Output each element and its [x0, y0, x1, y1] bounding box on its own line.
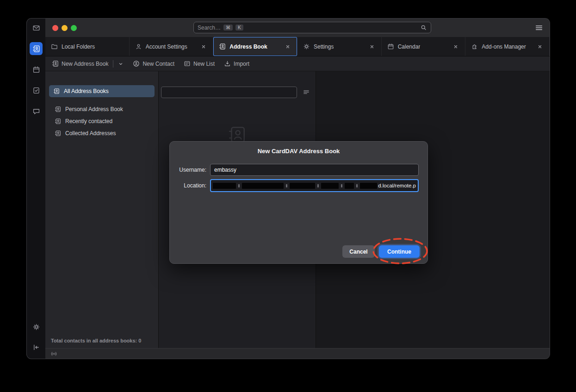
- contacts-search-input[interactable]: [161, 87, 297, 98]
- address-book-icon: [55, 130, 61, 137]
- k-key-badge: K: [235, 25, 243, 31]
- address-book-icon: [32, 45, 40, 53]
- list-item-label: Collected Addresses: [65, 130, 116, 137]
- calendar-icon: [387, 43, 394, 50]
- dialog-title: New CardDAV Address Book: [170, 148, 427, 155]
- location-visible-text: d.local/remote.p: [378, 183, 416, 188]
- app-menu-button[interactable]: [535, 24, 543, 32]
- dialog-buttons: Cancel Continue: [342, 245, 420, 258]
- tab-addons-manager[interactable]: Add-ons Manager: [465, 37, 550, 56]
- location-label: Location:: [177, 182, 206, 189]
- tab-label: Local Folders: [62, 44, 95, 50]
- mail-icon: [32, 24, 40, 32]
- spaces-toolbar: [27, 19, 45, 359]
- calendar-space-button[interactable]: [30, 63, 43, 76]
- calendar-icon: [32, 66, 40, 74]
- redacted-text: [213, 183, 377, 189]
- status-bar: [45, 348, 550, 359]
- tab-close-icon[interactable]: [452, 43, 459, 50]
- import-button[interactable]: Import: [224, 60, 249, 67]
- tab-close-icon[interactable]: [368, 43, 376, 50]
- display-options-button[interactable]: [303, 88, 310, 96]
- tab-calendar[interactable]: Calendar: [382, 37, 466, 56]
- address-book-icon: [52, 60, 59, 67]
- tab-label: Address Book: [229, 44, 267, 50]
- new-contact-button[interactable]: New Contact: [133, 60, 174, 67]
- address-book-icon: [219, 43, 226, 50]
- tab-label: Add-ons Manager: [482, 44, 526, 50]
- settings-gear-icon: [32, 323, 40, 331]
- gear-icon: [303, 43, 310, 50]
- zoom-window-button[interactable]: [71, 25, 77, 31]
- address-books-list: All Address Books Personal Address Book …: [49, 85, 155, 139]
- tab-close-icon[interactable]: [284, 43, 291, 50]
- tab-bar: Local Folders Account Settings Address B…: [45, 37, 550, 56]
- import-icon: [224, 60, 231, 67]
- tab-label: Account Settings: [146, 44, 187, 50]
- chevron-down-icon[interactable]: [118, 61, 124, 67]
- tab-close-icon[interactable]: [200, 43, 207, 50]
- global-search[interactable]: Search… ⌘ K: [193, 22, 431, 33]
- address-book-toolbar: New Address Book New Contact New List Im…: [45, 56, 550, 71]
- new-list-icon: [184, 60, 191, 67]
- search-placeholder: Search…: [198, 25, 221, 31]
- chat-icon: [32, 107, 40, 115]
- collapse-icon: [32, 343, 40, 351]
- account-icon: [135, 43, 142, 50]
- username-row: Username:: [177, 164, 419, 176]
- close-window-button[interactable]: [52, 25, 58, 31]
- new-list-button[interactable]: New List: [184, 60, 215, 67]
- traffic-lights: [52, 25, 77, 31]
- list-item-collected-addresses[interactable]: Collected Addresses: [50, 127, 155, 139]
- location-row: Location: d.local/remote.p: [177, 179, 419, 192]
- collapse-spaces-button[interactable]: [30, 341, 43, 354]
- tab-settings[interactable]: Settings: [297, 37, 382, 56]
- titlebar: Search… ⌘ K: [45, 19, 550, 37]
- hamburger-icon: [535, 24, 543, 32]
- list-item-all-address-books[interactable]: All Address Books: [49, 85, 155, 97]
- list-item-personal-address-book[interactable]: Personal Address Book: [50, 103, 155, 115]
- new-carddav-dialog: New CardDAV Address Book Username: Locat…: [169, 141, 428, 264]
- tab-local-folders[interactable]: Local Folders: [45, 37, 130, 56]
- address-book-icon: [55, 118, 61, 124]
- address-book-icon: [55, 106, 61, 112]
- tasks-icon: [32, 87, 40, 94]
- mail-space-button[interactable]: [30, 21, 43, 34]
- address-books-children: Personal Address Book Recently contacted…: [49, 103, 155, 139]
- folder-icon: [51, 43, 58, 50]
- minimize-window-button[interactable]: [62, 25, 68, 31]
- app-window: Search… ⌘ K Local Folders Account Settin…: [27, 19, 550, 359]
- list-item-label: Recently contacted: [65, 118, 112, 124]
- username-label: Username:: [177, 167, 206, 173]
- divider: [113, 60, 113, 68]
- address-books-pane: All Address Books Personal Address Book …: [45, 71, 159, 348]
- new-address-book-label: New Address Book: [62, 61, 108, 67]
- new-contact-label: New Contact: [142, 61, 174, 67]
- total-contacts-status: Total contacts in all address books: 0: [51, 338, 141, 343]
- tab-label: Settings: [314, 44, 334, 50]
- tab-account-settings[interactable]: Account Settings: [130, 37, 214, 56]
- address-book-space-button[interactable]: [30, 42, 43, 55]
- list-item-label: Personal Address Book: [65, 106, 123, 112]
- continue-button[interactable]: Continue: [379, 245, 420, 258]
- cancel-button[interactable]: Cancel: [342, 245, 375, 258]
- chat-space-button[interactable]: [30, 105, 43, 118]
- import-label: Import: [234, 61, 249, 67]
- puzzle-icon: [471, 43, 478, 50]
- new-contact-icon: [133, 60, 140, 67]
- tasks-space-button[interactable]: [30, 84, 43, 97]
- list-item-recently-contacted[interactable]: Recently contacted: [50, 115, 155, 127]
- new-list-label: New List: [193, 61, 215, 67]
- location-input[interactable]: d.local/remote.p: [210, 179, 419, 192]
- settings-button[interactable]: [30, 320, 43, 333]
- tab-close-icon[interactable]: [536, 43, 544, 50]
- cmd-key-badge: ⌘: [223, 25, 233, 31]
- tab-label: Calendar: [398, 44, 421, 50]
- tab-address-book[interactable]: Address Book: [213, 37, 297, 56]
- new-address-book-button[interactable]: New Address Book: [52, 60, 124, 68]
- search-icon: [420, 24, 427, 31]
- broadcast-icon: [50, 350, 57, 357]
- username-input[interactable]: [210, 164, 419, 176]
- address-book-icon: [53, 88, 60, 94]
- list-item-label: All Address Books: [64, 88, 109, 94]
